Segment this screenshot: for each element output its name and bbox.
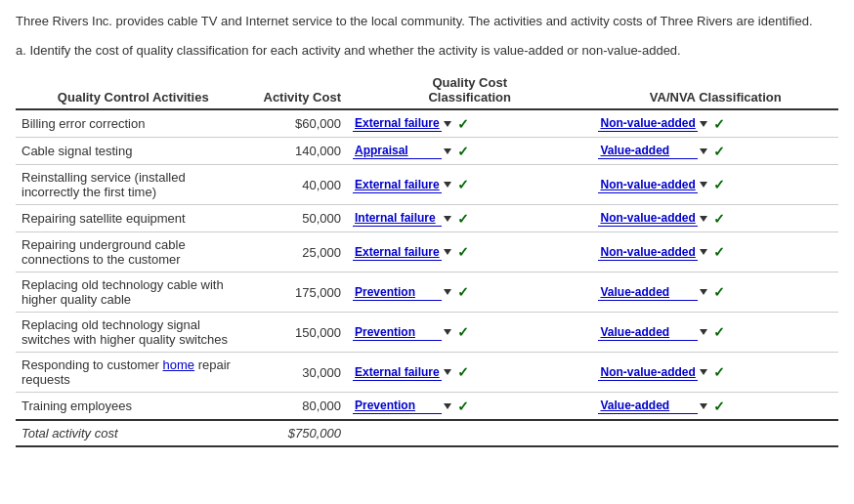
cost-cell: 25,000	[251, 232, 347, 273]
vanva-dropdown-group: Non-value-addedValue-added✓	[598, 364, 725, 381]
qcc-dropdown-group: External failureInternal failureAppraisa…	[353, 398, 469, 414]
qcc-dropdown-group: External failureInternal failureAppraisa…	[353, 177, 469, 193]
vanva-dropdown-arrow[interactable]	[700, 216, 707, 222]
header-qcc: Quality Cost Classification	[347, 71, 593, 109]
vanva-cell: Non-value-addedValue-added✓	[592, 165, 838, 205]
qcc-dropdown-group: External failureInternal failureAppraisa…	[353, 143, 469, 159]
activity-cell: Responding to customer home repair reque…	[16, 353, 251, 393]
qcc-select[interactable]: External failureInternal failureAppraisa…	[353, 324, 442, 341]
cost-cell: 30,000	[251, 353, 347, 393]
vanva-dropdown-group: Non-value-addedValue-added✓	[598, 284, 725, 301]
vanva-select[interactable]: Non-value-addedValue-added	[598, 398, 698, 414]
qcc-select[interactable]: External failureInternal failureAppraisa…	[353, 284, 442, 301]
vanva-check-icon: ✓	[713, 177, 725, 192]
vanva-check-icon: ✓	[713, 399, 725, 414]
qcc-dropdown-arrow[interactable]	[444, 249, 451, 255]
qcc-dropdown-arrow[interactable]	[444, 403, 451, 409]
vanva-dropdown-group: Non-value-addedValue-added✓	[598, 177, 725, 193]
qcc-dropdown-arrow[interactable]	[444, 148, 451, 154]
cost-cell: 50,000	[251, 205, 347, 232]
header-vanva: VA/NVA Classification	[592, 71, 838, 109]
qcc-check-icon: ✓	[457, 211, 469, 227]
vanva-dropdown-arrow[interactable]	[700, 148, 707, 154]
cost-cell: 150,000	[251, 313, 347, 353]
qcc-dropdown-arrow[interactable]	[444, 289, 451, 295]
vanva-dropdown-arrow[interactable]	[700, 182, 707, 188]
vanva-select[interactable]: Non-value-addedValue-added	[598, 115, 698, 132]
vanva-select[interactable]: Non-value-addedValue-added	[598, 143, 698, 159]
cost-cell: $60,000	[251, 109, 347, 138]
header-activity: Quality Control Activities	[16, 71, 251, 109]
vanva-dropdown-arrow[interactable]	[700, 249, 707, 255]
qcc-cell: External failureInternal failureAppraisa…	[347, 205, 593, 232]
header-cost: Activity Cost	[251, 71, 347, 109]
qcc-select[interactable]: External failureInternal failureAppraisa…	[353, 177, 442, 193]
vanva-select[interactable]: Non-value-addedValue-added	[598, 324, 698, 341]
vanva-cell: Non-value-addedValue-added✓	[592, 273, 838, 313]
vanva-dropdown-arrow[interactable]	[700, 121, 707, 127]
vanva-cell: Non-value-addedValue-added✓	[592, 313, 838, 353]
activity-cell: Repairing satellite equipment	[16, 205, 251, 232]
table-row: Replacing old technology signal switches…	[16, 313, 838, 353]
vanva-dropdown-arrow[interactable]	[700, 403, 707, 409]
cost-cell: 175,000	[251, 273, 347, 313]
qcc-check-icon: ✓	[457, 244, 469, 260]
vanva-dropdown-group: Non-value-addedValue-added✓	[598, 398, 725, 414]
vanva-select[interactable]: Non-value-addedValue-added	[598, 177, 698, 193]
vanva-dropdown-arrow[interactable]	[700, 329, 707, 335]
qcc-cell: External failureInternal failureAppraisa…	[347, 165, 593, 205]
qcc-select[interactable]: External failureInternal failureAppraisa…	[353, 210, 442, 227]
table-row: Billing error correction$60,000External …	[16, 109, 838, 138]
table-row: Repairing underground cable connections …	[16, 232, 838, 273]
vanva-check-icon: ✓	[713, 324, 725, 340]
qcc-dropdown-arrow[interactable]	[444, 121, 451, 127]
vanva-select[interactable]: Non-value-addedValue-added	[598, 210, 698, 227]
vanva-check-icon: ✓	[713, 144, 725, 159]
qcc-dropdown-arrow[interactable]	[444, 369, 451, 375]
qcc-dropdown-group: External failureInternal failureAppraisa…	[353, 244, 469, 261]
home-link[interactable]: home	[163, 357, 195, 372]
vanva-cell: Non-value-addedValue-added✓	[592, 109, 838, 138]
qcc-dropdown-arrow[interactable]	[444, 329, 451, 335]
qcc-cell: External failureInternal failureAppraisa…	[347, 138, 593, 165]
qcc-select[interactable]: External failureInternal failureAppraisa…	[353, 143, 442, 159]
qcc-check-icon: ✓	[457, 364, 469, 380]
qcc-cell: External failureInternal failureAppraisa…	[347, 232, 593, 273]
qcc-dropdown-arrow[interactable]	[444, 216, 451, 222]
table-row: Replacing old technology cable with high…	[16, 273, 838, 313]
activity-cell: Cable signal testing	[16, 138, 251, 165]
activity-cell: Training employees	[16, 393, 251, 421]
vanva-select[interactable]: Non-value-addedValue-added	[598, 284, 698, 301]
total-row: Total activity cost $750,000	[16, 420, 838, 446]
qcc-check-icon: ✓	[457, 177, 469, 192]
qcc-dropdown-group: External failureInternal failureAppraisa…	[353, 115, 469, 132]
vanva-select[interactable]: Non-value-addedValue-added	[598, 364, 698, 381]
vanva-cell: Non-value-addedValue-added✓	[592, 205, 838, 232]
cost-cell: 140,000	[251, 138, 347, 165]
qcc-cell: External failureInternal failureAppraisa…	[347, 273, 593, 313]
qcc-select[interactable]: External failureInternal failureAppraisa…	[353, 364, 442, 381]
vanva-dropdown-group: Non-value-addedValue-added✓	[598, 143, 725, 159]
table-row: Training employees80,000External failure…	[16, 393, 838, 421]
cost-cell: 80,000	[251, 393, 347, 421]
qcc-dropdown-arrow[interactable]	[444, 182, 451, 188]
activity-cell: Replacing old technology signal switches…	[16, 313, 251, 353]
vanva-dropdown-group: Non-value-addedValue-added✓	[598, 210, 725, 227]
vanva-cell: Non-value-addedValue-added✓	[592, 138, 838, 165]
vanva-dropdown-group: Non-value-addedValue-added✓	[598, 244, 725, 261]
vanva-dropdown-group: Non-value-addedValue-added✓	[598, 324, 725, 341]
qcc-cell: External failureInternal failureAppraisa…	[347, 109, 593, 138]
qcc-cell: External failureInternal failureAppraisa…	[347, 353, 593, 393]
vanva-dropdown-arrow[interactable]	[700, 289, 707, 295]
qcc-select[interactable]: External failureInternal failureAppraisa…	[353, 244, 442, 261]
qcc-select[interactable]: External failureInternal failureAppraisa…	[353, 398, 442, 414]
qcc-dropdown-group: External failureInternal failureAppraisa…	[353, 364, 469, 381]
table-row: Repairing satellite equipment50,000Exter…	[16, 205, 838, 232]
vanva-select[interactable]: Non-value-addedValue-added	[598, 244, 698, 261]
quality-table: Quality Control Activities Activity Cost…	[16, 71, 838, 447]
vanva-dropdown-arrow[interactable]	[700, 369, 707, 375]
vanva-dropdown-group: Non-value-addedValue-added✓	[598, 115, 725, 132]
qcc-check-icon: ✓	[457, 116, 469, 132]
vanva-check-icon: ✓	[713, 364, 725, 380]
qcc-select[interactable]: External failureInternal failureAppraisa…	[353, 115, 442, 132]
